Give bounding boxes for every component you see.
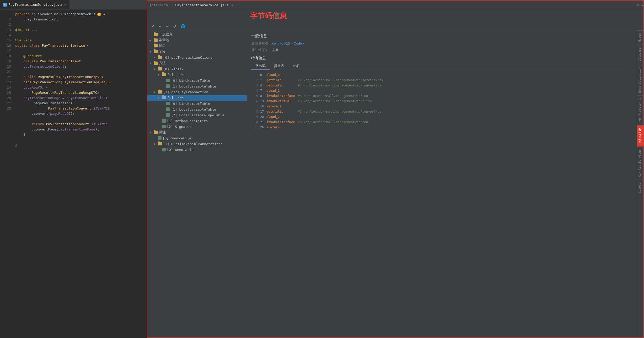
tree-label-methodparameters: [1] MethodParameters: [167, 119, 208, 123]
property-name-value: cp_info #15 <Code>: [272, 41, 304, 45]
tree-item-general-info[interactable]: 一般信息: [147, 31, 247, 37]
forward-btn[interactable]: →: [165, 23, 170, 29]
header-controls: ⚙ —: [637, 3, 643, 7]
tab-misc[interactable]: 杂项: [288, 63, 304, 70]
tab-bytecode[interactable]: 字节码: [251, 63, 270, 70]
close-btn[interactable]: ✕: [151, 23, 155, 29]
tree-item-methods-1[interactable]: ▼ [1] pagePayTransaction: [147, 89, 247, 95]
arrow-runtimevisible: ▼: [154, 143, 157, 145]
bc-line-3: 3: [251, 83, 259, 88]
bc-instr-9: aload_2: [265, 114, 297, 119]
property-length-label: 属性长度：: [251, 47, 272, 52]
bc-args-3: #3 <cn/iocoder/mall/managementweb/conver…: [297, 83, 632, 88]
right-sidebar: Maven Database Bean Validation Key Promo…: [637, 30, 643, 337]
bytecode-row-10: 10 21 invokeinterface #6 <cn/iocoder/mal…: [251, 119, 632, 125]
tree-item-fields[interactable]: ▼ 字段: [147, 49, 247, 54]
tree-item-methods[interactable]: ▼ 方法: [147, 60, 247, 66]
tree-item-interface[interactable]: 接口: [147, 43, 247, 49]
jclasslib-toolbar: ✕ ← → ↺ 🌐: [147, 22, 643, 30]
minimize-icon[interactable]: —: [641, 3, 643, 7]
bc-offset-8: 17: [259, 109, 265, 114]
tree-label-localvariabletable-1: [1] LocalVariableTable: [171, 107, 216, 111]
tree-item-fields-0[interactable]: ▶ [0] payTransactionClient: [147, 54, 247, 60]
bc-instr-8: getstatic: [265, 109, 297, 114]
folder-icon-methods-1-code: [162, 96, 166, 99]
arrow-attributes: ▼: [149, 131, 153, 134]
tree-label-runtimevisible: [1] RuntimeVisibleAnnotations: [163, 142, 223, 146]
tree-item-localvariabletable-1[interactable]: [1] LocalVariableTable: [147, 106, 247, 112]
property-length-value: 119: [272, 48, 278, 52]
bc-line-10: 10: [251, 119, 259, 125]
bytecode-row-11: 11 26 areturn: [251, 125, 632, 130]
sidebar-tab-bean-validation[interactable]: Bean Validation: [637, 64, 643, 95]
editor-tab-bar: C PayTransactionService.java ✕: [0, 0, 147, 9]
globe-btn[interactable]: 🌐: [180, 24, 186, 29]
folder-icon-general-info: [154, 33, 158, 36]
tree-item-constant-pool[interactable]: ▶ 常量池: [147, 37, 247, 43]
tree-label-methods: 方法: [159, 61, 166, 66]
tab-exception-table[interactable]: 异常表: [270, 63, 288, 70]
editor-content: 1 2 3 13 14 15 16 17 18 19 20 21 22 23 2…: [0, 9, 147, 338]
tree-item-methods-0-init[interactable]: ▼ [0] <init>: [147, 66, 247, 72]
arrow-methods: ▼: [149, 62, 153, 65]
jclasslib-file-label: PayTransactionService.java: [175, 3, 229, 7]
jclasslib-tab[interactable]: PayTransactionService.java ✕: [172, 3, 236, 7]
tree-label-annotation: [0] Annotation: [167, 148, 196, 152]
tree-label-fields-0: [0] payTransactionClient: [163, 56, 212, 59]
tree-item-attributes[interactable]: ▼ 属性: [147, 129, 247, 135]
sidebar-tab-database[interactable]: Database: [637, 45, 643, 64]
sidebar-tab-rest-services[interactable]: Key RestServices: [637, 146, 643, 180]
tree-item-sourcefile[interactable]: [0] SourceFile: [147, 135, 247, 141]
settings-icon[interactable]: ⚙: [637, 3, 639, 7]
back-btn[interactable]: ←: [158, 23, 163, 29]
java-file-icon: C: [3, 3, 7, 7]
tree-label-methods-1-code: [0] Code: [167, 96, 184, 100]
arrow-methods-0-init: ▼: [154, 68, 157, 70]
tree-panel: 一般信息 ▶ 常量池 接口 ▼ 字段 ▶ [0] payTransaction: [147, 30, 247, 337]
tree-item-linenumbertable-0[interactable]: [0] LineNumberTable: [147, 78, 247, 83]
bytecode-row-7: 7 16 astore_2: [251, 104, 632, 109]
bc-instr-3: getstatic: [265, 83, 297, 88]
bc-args-8: #3 <cn/iocoder/mall/managementweb/conver…: [297, 109, 632, 114]
sidebar-tab-maven[interactable]: Maven: [637, 30, 643, 45]
sidebar-tab-codota[interactable]: Codota: [637, 180, 643, 196]
file-icon-annotation: [162, 148, 166, 151]
tree-label-sourcefile: [0] SourceFile: [163, 136, 191, 140]
bytecode-row-2: 2 1 getfield #2 <cn/iocoder/mall/managem…: [251, 78, 632, 83]
tree-item-linenumbertable-1[interactable]: [0] LineNumberTable: [147, 101, 247, 106]
line-numbers: 1 2 3 13 14 15 16 17 18 19 20 21 22 23 2…: [0, 9, 13, 338]
bytecode-row-1: 1 0 aload_0: [251, 72, 632, 78]
folder-icon-runtimevisible: [158, 142, 162, 145]
sidebar-tab-key-promoter[interactable]: Key Promoter X: [637, 95, 643, 125]
bc-args-9: [297, 114, 632, 119]
code-area[interactable]: package cn.iocoder.mall.managementweb.s …: [13, 9, 147, 338]
editor-tab-active[interactable]: C PayTransactionService.java ✕: [0, 0, 69, 9]
jclasslib-tab-close[interactable]: ✕: [231, 3, 233, 7]
folder-icon-interface: [154, 44, 158, 47]
bc-instr-7: astore_2: [265, 104, 297, 109]
cp-info-link[interactable]: cp_info #15: [272, 41, 290, 45]
tree-item-signature[interactable]: [2] Signature: [147, 124, 247, 129]
detail-row-property-length: 属性长度： 119: [251, 47, 632, 52]
tree-item-annotation[interactable]: [0] Annotation: [147, 147, 247, 152]
bc-line-8: 8: [251, 109, 259, 114]
bc-args-5: #4 <cn/iocoder/mall/managementweb/con: [297, 93, 632, 99]
tree-item-methodparameters[interactable]: [1] MethodParameters: [147, 118, 247, 124]
bc-offset-7: 16: [259, 104, 265, 109]
bc-instr-4: aload_1: [265, 88, 297, 93]
bc-offset-4: 7: [259, 88, 265, 93]
tree-item-methods-0-code[interactable]: ▼ [0] Code: [147, 72, 247, 78]
tree-item-localvariabletypetable[interactable]: [2] LocalVariableTypeTable: [147, 112, 247, 118]
detail-panel: 一般信息 属性名索引： cp_info #15 <Code> 属性长度： 119…: [247, 30, 637, 337]
bytecode-row-9: 9 20 aload_2: [251, 114, 632, 119]
tree-item-localvariabletable-0[interactable]: [1] LocalVariableTable: [147, 83, 247, 89]
tree-label-linenumbertable-0: [0] LineNumberTable: [171, 79, 210, 83]
sidebar-tab-jclasslib[interactable]: jclasslib: [637, 125, 643, 146]
editor-tab-close[interactable]: ✕: [65, 3, 66, 7]
file-icon-localvariabletable-0: [166, 84, 170, 88]
tree-item-methods-1-code[interactable]: ▼ [0] Code: [147, 95, 247, 101]
bc-instr-1: aload_0: [265, 72, 297, 78]
refresh-btn[interactable]: ↺: [172, 23, 177, 29]
folder-icon-methods: [154, 62, 158, 65]
tree-item-runtimevisible[interactable]: ▼ [1] RuntimeVisibleAnnotations: [147, 141, 247, 147]
